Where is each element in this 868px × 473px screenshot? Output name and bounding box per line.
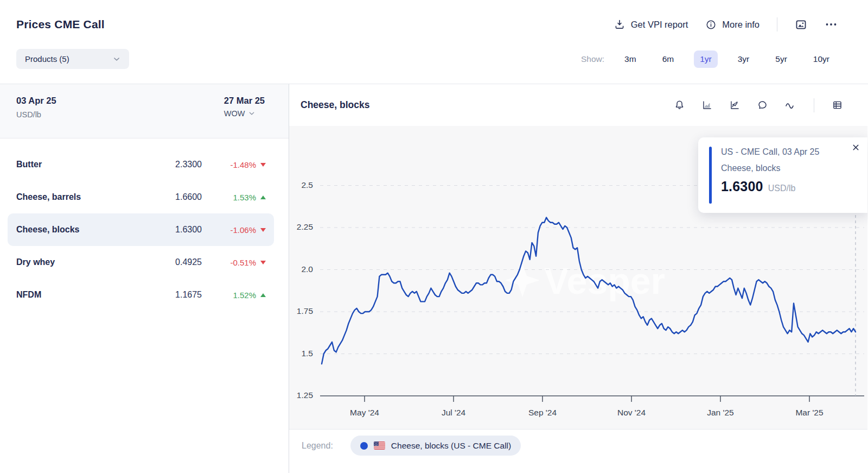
y-tick-label: 2.25 [297, 222, 313, 231]
table-row-nfdm[interactable]: NFDM1.16751.52% [8, 279, 274, 311]
range-6m[interactable]: 6m [656, 51, 680, 68]
legend-label: Legend: [302, 441, 333, 451]
area-chart-icon [701, 99, 713, 111]
chart-tooltip: US - CME Call, 03 Apr 25 Cheese, blocks … [698, 137, 867, 213]
range-3yr[interactable]: 3yr [732, 51, 756, 68]
chart-header: Cheese, blocks [289, 84, 867, 126]
legend-item-label: Cheese, blocks (US - CME Call) [391, 441, 511, 451]
filter-bar: Products (5) Show: 3m6m1yr3yr5yr10yr [0, 49, 868, 84]
range-5yr[interactable]: 5yr [769, 51, 793, 68]
comment-icon [757, 99, 768, 111]
product-price: 1.1675 [142, 290, 202, 300]
product-name: Cheese, blocks [16, 225, 142, 235]
chart-area: Vesper2.52.252.01.751.51.25May '24Jul '2… [289, 126, 867, 429]
range-1yr[interactable]: 1yr [694, 51, 718, 68]
page-title: Prices CME Call [16, 18, 105, 31]
bell-icon [674, 99, 685, 111]
smoothing-button[interactable] [784, 99, 796, 111]
product-change: -1.48% [202, 160, 266, 169]
change-percent: 1.53% [233, 193, 256, 202]
us-flag-icon [374, 442, 385, 450]
wave-icon [784, 99, 796, 111]
line-chart-button[interactable] [729, 99, 741, 111]
header-right: 27 Mar 25 WOW [224, 96, 265, 138]
range-chips: 3m6m1yr3yr5yr10yr [618, 51, 835, 68]
triangle-down-icon [260, 163, 266, 167]
download-icon [614, 18, 626, 30]
x-tick-label: Nov '24 [617, 408, 646, 417]
comments-button[interactable] [757, 99, 768, 111]
topbar: Prices CME Call Get VPI report More info [0, 0, 868, 49]
chevron-down-icon [247, 109, 256, 118]
area-chart-button[interactable] [701, 99, 713, 111]
table-view-button[interactable] [832, 99, 843, 111]
chart-title: Cheese, blocks [301, 99, 369, 111]
change-percent: 1.52% [233, 291, 256, 300]
products-panel: 03 Apr 25 USD/lb 27 Mar 25 WOW Butter2.3… [0, 84, 289, 473]
range-3m[interactable]: 3m [618, 51, 642, 68]
tooltip-unit: USD/lb [768, 184, 796, 193]
product-name: Dry whey [16, 257, 142, 267]
more-info-button[interactable]: More info [705, 19, 760, 30]
image-icon [795, 18, 807, 31]
product-price: 2.3300 [142, 160, 202, 169]
show-label: Show: [581, 54, 604, 64]
product-name: Cheese, barrels [16, 192, 142, 202]
topbar-divider [777, 17, 777, 31]
comparison-date: 27 Mar 25 [224, 96, 265, 106]
info-icon [705, 19, 717, 30]
topbar-actions: Get VPI report More info [614, 17, 838, 31]
get-vpi-report-button[interactable]: Get VPI report [614, 18, 688, 30]
change-percent: -0.51% [230, 258, 256, 267]
unit-label: USD/lb [16, 110, 56, 119]
toolbar-divider [814, 98, 814, 112]
products-table-header: 03 Apr 25 USD/lb 27 Mar 25 WOW [0, 84, 289, 138]
range-10yr[interactable]: 10yr [807, 51, 835, 68]
line-chart-icon [729, 99, 741, 111]
snapshot-button[interactable] [795, 18, 807, 31]
alert-button[interactable] [674, 99, 685, 111]
get-vpi-report-label: Get VPI report [631, 20, 688, 30]
tooltip-value: 1.6300 [721, 179, 763, 194]
tooltip-value-row: 1.6300 USD/lb [721, 179, 858, 194]
table-row-butter[interactable]: Butter2.3300-1.48% [8, 148, 274, 181]
more-options-button[interactable] [825, 18, 838, 31]
triangle-down-icon [260, 261, 266, 264]
more-info-label: More info [722, 20, 760, 30]
ellipsis-icon [825, 18, 838, 31]
series-color-dot [360, 442, 368, 450]
tooltip-product: Cheese, blocks [721, 163, 858, 174]
chart-toolbar [674, 98, 843, 112]
product-name: Butter [16, 160, 142, 169]
product-change: 1.53% [202, 193, 266, 202]
y-tick-label: 1.75 [297, 306, 313, 316]
table-row-cheese-blocks[interactable]: Cheese, blocks1.6300-1.06% [8, 213, 274, 246]
vesper-watermark: Vesper [505, 260, 665, 301]
header-left: 03 Apr 25 USD/lb [16, 96, 56, 138]
products-dropdown[interactable]: Products (5) [16, 49, 129, 69]
tooltip-source-date: US - CME Call, 03 Apr 25 [721, 147, 858, 158]
products-list: Butter2.3300-1.48%Cheese, barrels1.66001… [0, 138, 289, 311]
triangle-down-icon [260, 228, 266, 232]
close-icon [851, 143, 860, 152]
legend-item-cheese-blocks[interactable]: Cheese, blocks (US - CME Call) [350, 436, 521, 456]
tooltip-accent-bar [709, 147, 712, 204]
x-tick-label: May '24 [350, 408, 379, 417]
triangle-up-icon [260, 293, 266, 297]
legend-row: Legend: [302, 436, 521, 456]
wow-dropdown[interactable]: WOW [224, 109, 257, 118]
products-dropdown-label: Products (5) [25, 54, 69, 64]
y-tick-label: 2.5 [301, 180, 313, 190]
tooltip-close-button[interactable] [851, 143, 860, 152]
product-name: NFDM [16, 290, 142, 300]
x-tick-label: Jan '25 [707, 408, 734, 417]
table-row-cheese-barrels[interactable]: Cheese, barrels1.66001.53% [8, 181, 274, 213]
svg-text:Vesper: Vesper [544, 260, 665, 301]
legend-bar: Legend: [289, 429, 867, 473]
product-change: -0.51% [202, 258, 266, 267]
product-price: 1.6600 [142, 192, 202, 202]
table-row-dry-whey[interactable]: Dry whey0.4925-0.51% [8, 246, 274, 279]
product-change: -1.06% [202, 225, 266, 235]
chart-panel: Cheese, blocks [289, 84, 867, 473]
x-tick-label: Jul '24 [442, 408, 466, 417]
